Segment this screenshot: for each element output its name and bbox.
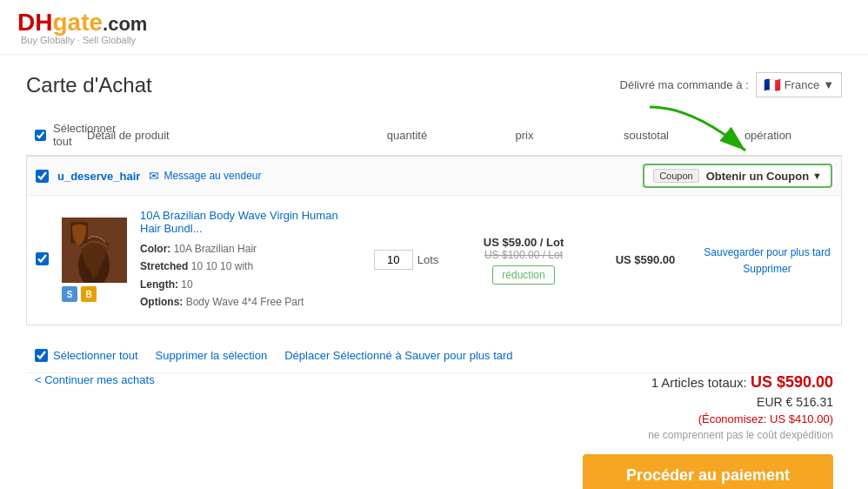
page-header: DHgate.com Buy Globally · Sell Globally: [0, 0, 868, 55]
seller-name[interactable]: u_deserve_hair: [57, 170, 140, 183]
select-all-checkbox-top[interactable]: [35, 129, 46, 142]
reduction-button[interactable]: réduction: [492, 265, 554, 285]
col-select: Sélectionner tout: [35, 122, 87, 148]
savings-label: (Économisez:: [698, 412, 767, 425]
product-name[interactable]: 10A Brazilian Body Wave Virgin Human Hai…: [140, 209, 354, 235]
color-label: Color:: [140, 243, 170, 255]
coupon-button-text: Obtenir un Coupon: [706, 170, 809, 183]
quantity-unit: Lots: [417, 253, 439, 266]
coupon-area: Coupon Obtenir un Coupon ▼: [643, 164, 832, 188]
product-info: 10A Brazilian Body Wave Virgin Human Hai…: [140, 209, 354, 311]
col-subtotal-header: soustotal: [590, 129, 703, 142]
col-detail-header: Détail de produit: [87, 129, 355, 142]
logo-area: DHgate.com Buy Globally · Sell Globally: [17, 9, 147, 45]
title-row: Carte d'Achat Délivré ma commande à : 🇫🇷…: [26, 72, 842, 97]
quantity-cell: Lots: [354, 250, 458, 270]
bottom-actions: Sélectionner tout Supprimer la sélection…: [35, 349, 513, 362]
coupon-button[interactable]: Coupon Obtenir un Coupon ▼: [643, 164, 832, 188]
cart-section: u_deserve_hair ✉ Message au vendeur: [26, 156, 842, 325]
bottom-bar: Sélectionner tout Supprimer la sélection…: [26, 338, 842, 373]
logo-gate: gate: [52, 9, 103, 36]
eur-amount-line: EUR € 516.31: [579, 395, 833, 409]
quantity-input[interactable]: [374, 250, 413, 270]
delete-selection-button[interactable]: Supprimer la sélection: [156, 349, 268, 362]
product-image-area: S B: [62, 218, 131, 302]
articles-total-amount: US $590.00: [751, 373, 833, 391]
price-cell: US $59.00 / Lot US $100.00 / Lot réducti…: [458, 236, 589, 285]
product-row: S B 10A Brazilian Body Wave Virgin Human…: [27, 196, 841, 325]
savings-amount: US $410.00): [770, 412, 833, 425]
country-name: France: [785, 78, 819, 91]
product-image: [62, 218, 127, 283]
message-seller-button[interactable]: ✉ Message au vendeur: [149, 169, 261, 183]
stretched-label: Stretched: [140, 260, 188, 272]
length-value: 10: [181, 278, 192, 291]
logo-text: DHgate.com: [17, 9, 147, 37]
delete-button[interactable]: Supprimer: [702, 263, 832, 275]
flag-icon: 🇫🇷: [764, 77, 781, 93]
select-arrow-icon: ▼: [823, 78, 834, 91]
main-content: Carte d'Achat Délivré ma commande à : 🇫🇷…: [0, 55, 868, 489]
product-image-svg: [62, 218, 127, 283]
message-label: Message au vendeur: [164, 170, 261, 182]
continue-shopping-link[interactable]: < Continuer mes achats: [35, 373, 155, 386]
save-later-button[interactable]: Sauvegarder pour plus tard: [704, 246, 830, 258]
country-select[interactable]: 🇫🇷 France ▼: [756, 72, 842, 97]
col-operation-header: opération: [703, 129, 833, 142]
logo-subtitle: Buy Globally · Sell Globally: [21, 35, 147, 45]
safe-icon: S: [62, 286, 77, 302]
column-headers: Sélectionner tout Détail de produit quan…: [26, 115, 842, 156]
delivery-row: Délivré ma commande à : 🇫🇷 France ▼: [620, 72, 842, 97]
continue-shopping-area: < Continuer mes achats: [35, 373, 155, 386]
subtotal-cell: US $590.00: [589, 253, 702, 266]
seller-checkbox[interactable]: [36, 170, 49, 183]
product-specs: Color: 10A Brazilian Hair Stretched 10 1…: [140, 240, 354, 311]
col-price-header: prix: [459, 129, 590, 142]
logo: DHgate.com: [17, 9, 147, 37]
select-all-checkbox-bottom[interactable]: [35, 349, 48, 362]
mail-icon: ✉: [149, 169, 159, 183]
color-value: 10A Brazilian Hair: [174, 243, 257, 255]
brand-icon: B: [81, 286, 97, 302]
checkout-button[interactable]: Procéder au paiement: [583, 454, 833, 489]
price-original: US $100.00 / Lot: [458, 249, 589, 261]
product-checkbox[interactable]: [36, 252, 49, 265]
move-to-save-button[interactable]: Déplacer Sélectionné à Sauver pour plus …: [284, 349, 512, 362]
order-summary: 1 Articles totaux: US $590.00 EUR € 516.…: [579, 373, 833, 489]
delivery-label: Délivré ma commande à :: [620, 78, 749, 91]
stretched-value: 10 10 10 with: [191, 260, 253, 272]
savings-line: (Économisez: US $410.00): [579, 412, 833, 425]
page-title: Carte d'Achat: [26, 73, 152, 97]
seller-row: u_deserve_hair ✉ Message au vendeur: [27, 157, 841, 196]
articles-total-label: 1 Articles totaux:: [651, 375, 747, 390]
bottom-summary-row: < Continuer mes achats 1 Articles totaux…: [26, 373, 842, 489]
product-checkbox-area: [36, 252, 62, 268]
select-all-bottom[interactable]: Sélectionner tout: [35, 349, 138, 362]
subtotal-price: US $590.00: [589, 253, 702, 266]
options-label: Options:: [140, 296, 183, 308]
price-current: US $59.00 / Lot: [458, 236, 589, 249]
select-all-bottom-label: Sélectionner tout: [53, 349, 138, 362]
product-trust-icons: S B: [62, 286, 131, 302]
articles-total-line: 1 Articles totaux: US $590.00: [579, 373, 833, 392]
coupon-label: Coupon: [653, 169, 699, 183]
operation-cell: Sauvegarder pour plus tard Supprimer: [702, 245, 832, 275]
options-value: Body Wave 4*4 Free Part: [186, 296, 304, 308]
logo-dh: DH: [17, 9, 52, 36]
seller-left: u_deserve_hair ✉ Message au vendeur: [36, 169, 261, 183]
coupon-dropdown-icon: ▼: [812, 171, 822, 181]
col-qty-header: quantité: [355, 129, 459, 142]
logo-com: .com: [103, 13, 147, 35]
shipping-note: ne comprennent pas le coût dexpédition: [579, 429, 833, 441]
length-label: Length:: [140, 278, 178, 291]
